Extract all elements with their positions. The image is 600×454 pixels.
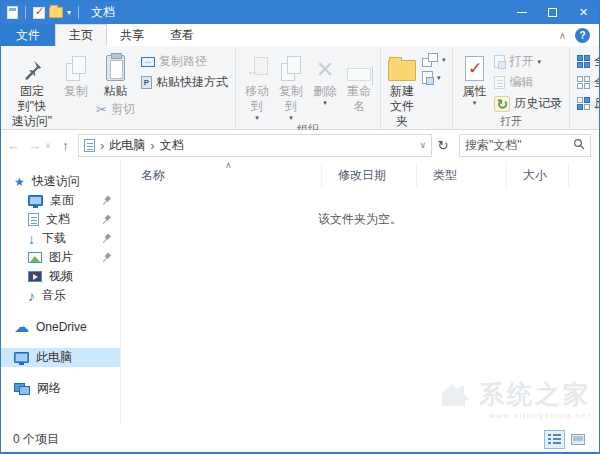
paste-button[interactable]: 粘贴 (98, 49, 132, 99)
delete-button[interactable]: ✕ 删除 ▾ (308, 49, 342, 107)
empty-folder-message: 该文件夹为空。 (121, 211, 599, 228)
open-button[interactable]: 打开 ▾ (491, 51, 565, 72)
up-button[interactable]: ↑ (55, 138, 76, 153)
large-icons-view-icon (571, 434, 585, 445)
address-bar[interactable]: › 此电脑 › 文档 ∨ (78, 134, 432, 157)
item-count: 0 个项目 (13, 431, 59, 448)
new-folder-shortcut-icon[interactable] (49, 7, 63, 18)
tab-file[interactable]: 文件 (1, 24, 55, 46)
sidebar-item-onedrive[interactable]: ☁ OneDrive (1, 317, 120, 336)
column-header-size[interactable]: 大小 (506, 163, 568, 188)
sidebar-item-documents[interactable]: 文档 (1, 210, 120, 229)
column-header-end (568, 163, 572, 188)
pin-icon (100, 194, 113, 207)
chevron-down-icon: ▾ (537, 58, 541, 66)
address-dropdown-chevron-icon[interactable]: ∨ (419, 140, 426, 150)
new-item-button[interactable]: ▾ (419, 51, 449, 69)
main-area: ★ 快速访问 桌面 文档 ↓ 下载 图片 (1, 160, 599, 426)
history-icon: ↻ (494, 96, 510, 112)
breadcrumb-this-pc[interactable]: 此电脑 (109, 137, 145, 154)
rename-button[interactable]: 重命名 (342, 49, 376, 114)
refresh-icon[interactable]: ↻ (432, 138, 454, 153)
computer-icon (14, 352, 29, 363)
tab-share[interactable]: 共享 (107, 24, 157, 46)
sidebar-item-label: 音乐 (42, 287, 66, 304)
select-all-button[interactable]: 全部选择 (574, 51, 600, 72)
invert-selection-button[interactable]: 反向选择 (574, 93, 600, 114)
cut-button[interactable]: ✂ 剪切 (93, 99, 138, 120)
chevron-down-icon: ▾ (437, 74, 441, 82)
tab-home[interactable]: 主页 (55, 24, 107, 46)
properties-shortcut-icon[interactable] (33, 7, 45, 19)
sidebar-item-music[interactable]: ♪ 音乐 (1, 286, 120, 305)
sidebar-item-network[interactable]: 网络 (1, 379, 120, 398)
invert-selection-icon (577, 97, 590, 110)
details-view-button[interactable] (544, 430, 565, 449)
copy-icon (66, 51, 86, 81)
sidebar-item-label: 图片 (49, 249, 73, 266)
sidebar-item-label: 视频 (49, 268, 73, 285)
ribbon-group-select: 全部选择 全部取消 反向选择 选择 (569, 47, 600, 129)
button-label: 重命名 (345, 84, 373, 114)
copy-to-button[interactable]: 复制到 ▾ (274, 49, 308, 122)
pin-icon (100, 251, 113, 264)
watermark: 系统之家 www.xitongzhijia.net (438, 378, 591, 420)
select-none-button[interactable]: 全部取消 (574, 72, 600, 93)
paste-shortcut-button[interactable]: P 粘贴快捷方式 (138, 72, 231, 93)
copy-button[interactable]: 复制 (59, 49, 93, 99)
search-icon[interactable] (573, 138, 585, 153)
location-icon (84, 139, 95, 152)
new-folder-button[interactable]: 新建 文件夹 (385, 49, 419, 129)
pushpin-icon (21, 51, 43, 81)
button-label: 属性 (462, 84, 486, 99)
sidebar-item-pictures[interactable]: 图片 (1, 248, 120, 267)
column-header-modified[interactable]: 修改日期 (321, 163, 416, 188)
button-label: 移动到 (243, 84, 271, 114)
scissors-icon: ✂ (96, 102, 107, 117)
maximize-icon (548, 8, 557, 17)
close-button[interactable]: ✕ (568, 1, 599, 24)
sidebar-item-videos[interactable]: 视频 (1, 267, 120, 286)
column-header-type[interactable]: 类型 (416, 163, 506, 188)
sidebar-item-quick-access[interactable]: ★ 快速访问 (1, 172, 120, 191)
button-label: 剪切 (111, 101, 135, 118)
customize-toolbar-chevron-icon[interactable]: ▾ (67, 8, 71, 17)
details-view-icon (548, 434, 561, 445)
edit-button[interactable]: 编辑 (491, 72, 565, 93)
minimize-button[interactable] (506, 1, 537, 24)
back-button[interactable]: ← (3, 138, 24, 153)
window-title: 文档 (91, 4, 115, 21)
breadcrumb-documents[interactable]: 文档 (160, 137, 184, 154)
breadcrumb-separator: › (150, 139, 154, 152)
move-to-button[interactable]: ← 移动到 ▾ (240, 49, 274, 122)
tab-view[interactable]: 查看 (157, 24, 207, 46)
copy-to-icon (281, 51, 301, 81)
chevron-down-icon: ▾ (289, 114, 293, 122)
paste-shortcut-icon: P (141, 76, 152, 89)
help-icon[interactable]: ? (575, 28, 590, 43)
copy-path-button[interactable]: ··· 复制路径 (138, 51, 231, 72)
search-input[interactable] (465, 138, 573, 152)
button-label: 历史记录 (514, 95, 562, 112)
sidebar-item-label: 网络 (37, 380, 61, 397)
properties-button[interactable]: 属性 ▾ (457, 49, 491, 107)
ribbon-group-organize: ← 移动到 ▾ 复制到 ▾ ✕ 删除 ▾ 重命名 (235, 47, 380, 129)
pin-to-quick-access-button[interactable]: 固定到"快 速访问" (5, 49, 59, 129)
move-to-icon: ← (246, 51, 268, 81)
forward-button[interactable]: → (24, 138, 45, 153)
sidebar-item-downloads[interactable]: ↓ 下载 (1, 229, 120, 248)
button-label: 速访问" (12, 114, 52, 129)
history-button[interactable]: ↻ 历史记录 (491, 93, 565, 114)
sidebar-item-this-pc[interactable]: 此电脑 (1, 348, 120, 367)
minimize-ribbon-icon[interactable]: ∧ (559, 30, 566, 41)
quick-access-star-icon: ★ (14, 175, 25, 189)
maximize-button[interactable] (537, 1, 568, 24)
sidebar-item-label: 此电脑 (36, 349, 72, 366)
button-label: 全部取消 (594, 74, 600, 91)
large-icons-view-button[interactable] (567, 430, 588, 449)
recent-locations-chevron-icon[interactable]: ∨ (45, 141, 55, 150)
button-label: 复制路径 (159, 53, 207, 70)
column-header-name[interactable]: 名称 ∧ (121, 163, 321, 188)
sidebar-item-desktop[interactable]: 桌面 (1, 191, 120, 210)
easy-access-button[interactable]: ▾ (419, 69, 449, 86)
